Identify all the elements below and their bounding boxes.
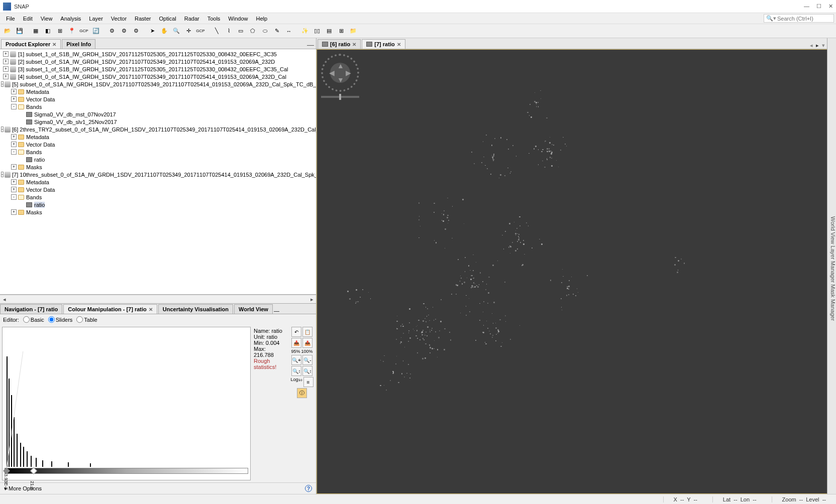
tree-label[interactable]: Bands [26, 104, 42, 110]
tree-row[interactable]: +[4] subset_0_of_S1A_IW_GRDH_1SDV_201711… [1, 73, 315, 80]
expand-icon[interactable]: + [11, 179, 17, 185]
tree-row[interactable]: Sigma0_VV_db_slv1_25Nov2017 [1, 118, 315, 125]
poly-icon[interactable]: ⬠ [247, 26, 258, 37]
wand-icon[interactable]: ✨ [299, 26, 310, 37]
tab-uncertainty[interactable]: Uncertainty Visualisation [158, 304, 233, 314]
tree-label[interactable]: Metadata [26, 89, 49, 95]
tree-label[interactable]: [1] subset_1_of_S1B_IW_GRDH_1SDV_2017112… [18, 51, 277, 57]
reload-icon[interactable]: 🔄 [90, 26, 101, 37]
tree-row[interactable]: +[1] subset_1_of_S1B_IW_GRDH_1SDV_201711… [1, 50, 315, 58]
pan-icon[interactable]: ✋ [159, 26, 170, 37]
minimize-panel-icon[interactable]: — [274, 308, 279, 314]
tree-label[interactable]: Metadata [26, 179, 49, 185]
layer-icon[interactable]: ◧ [42, 26, 53, 37]
zoom-out-h-icon[interactable]: 🔍- [302, 355, 312, 365]
viewer-tab-6[interactable]: [6] ratio ✕ [318, 39, 361, 49]
collapse-icon[interactable]: - [1, 127, 4, 132]
tree-row[interactable]: +Metadata [1, 178, 315, 186]
nav-dropdown-icon[interactable]: ▾ [822, 42, 825, 49]
maximize-window-icon[interactable]: ☐ [816, 3, 821, 10]
minimize-window-icon[interactable]: — [804, 3, 809, 10]
menu-file[interactable]: File [2, 15, 19, 23]
tree-label[interactable]: [7] 10thres_subset_0_of_S1A_IW_GRDH_1SDV… [12, 172, 316, 178]
menu-help[interactable]: Help [252, 15, 271, 23]
radio-sliders[interactable]: Sliders [48, 316, 73, 323]
view2-icon[interactable]: ▤ [324, 26, 335, 37]
slider-handle-high[interactable] [30, 467, 37, 474]
menu-analysis[interactable]: Analysis [56, 15, 85, 23]
open-icon[interactable]: 📂 [2, 26, 13, 37]
tree-label[interactable]: Metadata [26, 134, 49, 140]
tree-row[interactable]: -[7] 10thres_subset_0_of_S1A_IW_GRDH_1SD… [1, 171, 315, 178]
grid-icon[interactable]: ⊞ [54, 26, 65, 37]
ellipse-icon[interactable]: ⬭ [259, 26, 270, 37]
product-tree[interactable]: +[1] subset_1_of_S1B_IW_GRDH_1SDV_201711… [0, 49, 316, 295]
menu-edit[interactable]: Edit [19, 15, 37, 23]
menu-window[interactable]: Window [224, 15, 252, 23]
graph1-icon[interactable]: ⚙ [107, 26, 118, 37]
tree-row[interactable]: +[3] subset_1_of_S1B_IW_GRDH_1SDV_201711… [1, 65, 315, 73]
zoom-icon[interactable]: 🔍 [171, 26, 182, 37]
tree-row[interactable]: ratio [1, 156, 315, 163]
tree-label[interactable]: Vector Data [26, 96, 55, 102]
tab-colour-manipulation[interactable]: Colour Manipulation - [7] ratio ✕ [63, 304, 157, 314]
tree-label[interactable]: ratio [34, 202, 45, 208]
collapse-icon[interactable]: - [11, 194, 17, 200]
radio-basic[interactable]: Basic [23, 316, 44, 323]
tree-label[interactable]: ratio [34, 157, 45, 163]
graph3-icon[interactable]: ⚙ [131, 26, 142, 37]
zoom-slider[interactable] [321, 96, 359, 98]
gcp-tool-icon[interactable]: GCP [195, 26, 206, 37]
tile-icon[interactable]: ▦ [30, 26, 41, 37]
expand-icon[interactable]: + [11, 164, 17, 170]
polyline-icon[interactable]: ⌇ [223, 26, 234, 37]
tree-row[interactable]: +Masks [1, 208, 315, 216]
menu-radar[interactable]: Radar [180, 15, 203, 23]
search-input[interactable] [777, 16, 827, 22]
close-window-icon[interactable]: ✕ [828, 3, 833, 10]
viewer-tab-7[interactable]: [7] ratio ✕ [362, 39, 405, 49]
nav-compass-icon[interactable]: ▲ ▼ ◀ ▶ [321, 54, 359, 92]
tab-product-explorer[interactable]: Product Explorer ✕ [1, 39, 61, 49]
expand-icon[interactable]: + [11, 142, 17, 147]
gradient-slider[interactable] [5, 468, 248, 474]
tree-row[interactable]: +Vector Data [1, 186, 315, 193]
menu-view[interactable]: View [37, 15, 57, 23]
tree-label[interactable]: Vector Data [26, 187, 55, 193]
nav-next-icon[interactable]: ▸ [816, 42, 819, 49]
close-icon[interactable]: ✕ [149, 307, 153, 312]
expand-icon[interactable]: + [11, 89, 17, 94]
tree-label[interactable]: Sigma0_VV_db_slv1_25Nov2017 [34, 119, 117, 125]
export-icon[interactable]: 📤 [302, 338, 312, 348]
view3-icon[interactable]: ⊞ [336, 26, 347, 37]
tree-row[interactable]: -Bands [1, 193, 315, 201]
tree-label[interactable]: Masks [26, 164, 42, 170]
expand-icon[interactable]: + [3, 66, 9, 72]
tree-label[interactable]: Vector Data [26, 142, 55, 148]
zoom-in-v-icon[interactable]: 🔍↕ [291, 366, 301, 376]
rect-icon[interactable]: ▭ [235, 26, 246, 37]
tree-label[interactable]: [4] subset_0_of_S1A_IW_GRDH_1SDV_2017110… [18, 74, 286, 80]
crosshair-icon[interactable]: ✛ [183, 26, 194, 37]
menu-tools[interactable]: Tools [203, 15, 225, 23]
nav-prev-icon[interactable]: ◂ [810, 42, 813, 49]
tree-label[interactable]: Masks [26, 209, 42, 215]
tree-row[interactable]: ratio [1, 201, 315, 208]
freehand-icon[interactable]: ✎ [271, 26, 282, 37]
clipboard-icon[interactable]: 📋 [302, 327, 312, 337]
tree-row[interactable]: Sigma0_VV_db_mst_07Nov2017 [1, 110, 315, 118]
tree-row[interactable]: -[6] 2thres_TRY2_subset_0_of_S1A_IW_GRDH… [1, 125, 315, 133]
menu-raster[interactable]: Raster [131, 15, 155, 23]
expand-icon[interactable]: + [11, 96, 17, 102]
close-icon[interactable]: ✕ [52, 42, 56, 47]
expand-icon[interactable]: + [11, 209, 17, 215]
scroll-left-icon[interactable]: ◂ [0, 296, 9, 303]
close-icon[interactable]: ✕ [352, 42, 356, 47]
tree-row[interactable]: -Bands [1, 148, 315, 156]
pin-icon[interactable]: 📍 [66, 26, 77, 37]
tree-hscroll[interactable]: ◂ ▸ [0, 295, 316, 303]
expand-icon[interactable]: + [3, 74, 9, 79]
help-icon[interactable]: ? [305, 485, 312, 492]
tab-navigation[interactable]: Navigation - [7] ratio [0, 304, 62, 314]
tree-row[interactable]: -Bands [1, 103, 315, 110]
